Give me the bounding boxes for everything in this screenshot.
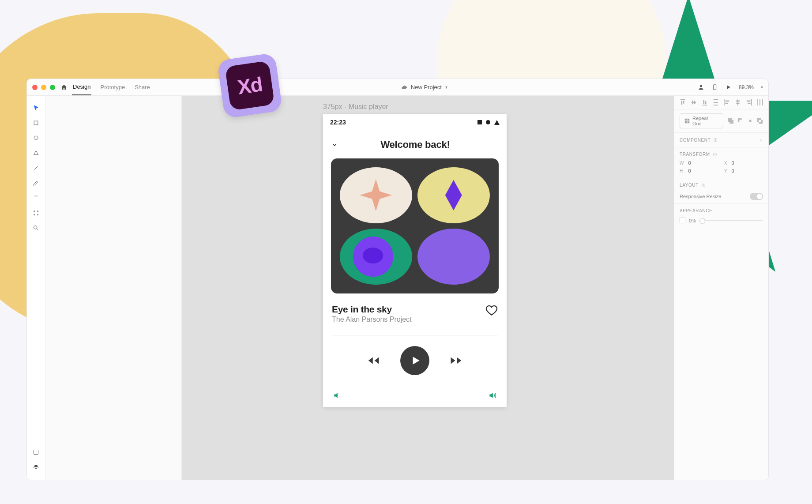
art-star-icon [340, 167, 412, 223]
align-left-icon[interactable] [724, 99, 730, 105]
next-button[interactable] [450, 354, 463, 367]
ellipse-tool[interactable] [30, 131, 43, 144]
bool-exclude-icon[interactable] [757, 118, 763, 124]
svg-rect-21 [724, 99, 725, 105]
device-preview-icon[interactable] [711, 84, 718, 90]
artboard-music-player[interactable]: 22:23 Welcome back! [323, 114, 507, 407]
polygon-tool[interactable] [30, 146, 43, 159]
canvas[interactable]: 375px - Music player 22:23 Welcome back! [182, 96, 674, 480]
bool-union-icon[interactable] [728, 118, 734, 124]
zoom-tool[interactable] [30, 221, 43, 234]
artboard-tool[interactable] [30, 206, 43, 219]
repeat-grid-button[interactable]: Repeat Grid [680, 113, 723, 128]
play-button[interactable] [400, 346, 429, 375]
svg-rect-25 [736, 101, 740, 102]
x-label: X [724, 161, 727, 165]
project-name: New Project [411, 84, 442, 90]
favorite-button[interactable] [485, 304, 498, 316]
responsive-resize-toggle[interactable] [750, 193, 763, 200]
select-tool[interactable] [30, 101, 43, 114]
close-window-button[interactable] [32, 85, 38, 90]
svg-rect-34 [688, 119, 689, 120]
artboard-label[interactable]: 375px - Music player [323, 103, 388, 111]
album-artwork [331, 158, 499, 293]
svg-rect-23 [726, 103, 728, 104]
assets-panel-icon[interactable] [30, 445, 43, 459]
svg-rect-14 [694, 101, 695, 104]
svg-rect-3 [34, 121, 38, 125]
svg-point-1 [700, 85, 702, 87]
svg-rect-40 [739, 120, 743, 124]
svg-rect-9 [680, 99, 685, 100]
svg-rect-22 [726, 101, 729, 102]
art-circle-icon [417, 229, 490, 285]
align-bottom-icon[interactable] [702, 99, 708, 105]
distribute-h-icon[interactable] [757, 99, 763, 105]
svg-rect-13 [692, 101, 694, 105]
tab-design[interactable]: Design [72, 79, 91, 95]
svg-rect-11 [683, 101, 684, 104]
pen-tool[interactable] [30, 176, 43, 189]
x-value[interactable]: 0 [732, 160, 763, 165]
bool-subtract-icon[interactable] [737, 118, 744, 124]
svg-rect-15 [703, 105, 707, 105]
svg-rect-36 [688, 121, 689, 123]
status-circle-icon [486, 120, 490, 124]
tab-share[interactable]: Share [134, 79, 151, 95]
svg-rect-24 [737, 99, 738, 105]
user-icon[interactable] [698, 84, 704, 90]
w-value[interactable]: 0 [688, 160, 719, 165]
align-hcenter-icon[interactable] [735, 99, 741, 105]
cloud-icon [401, 84, 407, 90]
svg-rect-16 [703, 100, 705, 104]
art-diamond-icon [417, 167, 490, 223]
svg-rect-19 [714, 102, 718, 103]
text-tool[interactable] [30, 191, 43, 204]
align-top-icon[interactable] [680, 99, 686, 105]
svg-rect-43 [715, 139, 716, 141]
opacity-swatch[interactable] [680, 218, 685, 223]
home-icon[interactable] [60, 84, 68, 91]
previous-button[interactable] [367, 354, 380, 367]
svg-rect-46 [714, 154, 715, 155]
svg-point-4 [34, 136, 38, 140]
layers-panel-icon[interactable] [30, 460, 43, 474]
svg-rect-32 [762, 99, 763, 105]
svg-rect-49 [703, 185, 703, 186]
minimize-window-button[interactable] [41, 85, 46, 90]
h-value[interactable]: 0 [688, 168, 719, 173]
play-preview-icon[interactable] [725, 84, 732, 90]
info-icon[interactable] [713, 152, 717, 157]
volume-low-icon[interactable] [333, 391, 342, 400]
add-component-button[interactable]: + [759, 136, 763, 143]
align-vcenter-icon[interactable] [691, 99, 697, 105]
distribute-v-icon[interactable] [713, 99, 719, 105]
opacity-value[interactable]: 0% [689, 218, 696, 223]
svg-point-5 [34, 226, 38, 229]
svg-rect-12 [692, 102, 696, 103]
volume-high-icon[interactable] [488, 391, 497, 400]
info-icon[interactable] [713, 138, 718, 142]
status-square-icon [477, 120, 482, 124]
app-window: Design Prototype Share New Project ▾ 89.… [26, 79, 769, 480]
svg-marker-7 [360, 179, 392, 211]
info-icon[interactable] [701, 183, 706, 188]
opacity-slider[interactable] [699, 220, 763, 221]
tab-prototype[interactable]: Prototype [99, 79, 126, 95]
svg-rect-20 [714, 105, 718, 105]
bool-intersect-icon[interactable] [747, 118, 753, 124]
y-value[interactable]: 0 [732, 168, 763, 173]
divider [332, 335, 498, 335]
track-artist: The Alan Parsons Project [332, 316, 480, 323]
rectangle-tool[interactable] [30, 116, 43, 129]
screen-title: Welcome back! [344, 139, 486, 150]
maximize-window-button[interactable] [50, 85, 55, 90]
svg-rect-10 [681, 101, 683, 105]
zoom-chevron-icon[interactable]: ▾ [761, 85, 763, 90]
line-tool[interactable] [30, 161, 43, 174]
zoom-level[interactable]: 89.3% [739, 84, 754, 90]
align-right-icon[interactable] [746, 99, 752, 105]
chevron-down-icon[interactable] [331, 141, 338, 148]
chevron-down-icon: ▾ [445, 85, 447, 90]
svg-rect-17 [705, 101, 707, 104]
